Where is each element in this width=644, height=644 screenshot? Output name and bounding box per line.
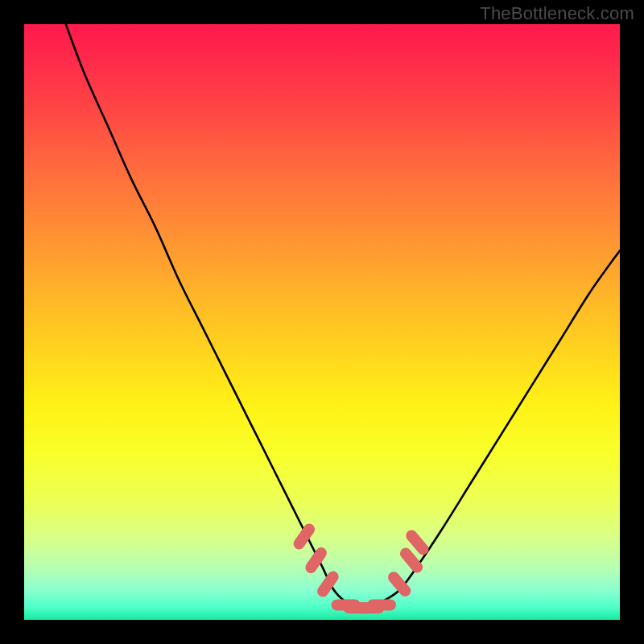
curve-marker bbox=[411, 535, 423, 549]
curve-layer bbox=[24, 24, 620, 620]
bottleneck-curve bbox=[66, 24, 620, 609]
chart-frame: TheBottleneck.com bbox=[0, 0, 644, 644]
plot-area bbox=[24, 24, 620, 620]
curve-marker bbox=[323, 577, 333, 592]
curve-marker bbox=[311, 553, 321, 568]
curve-marker bbox=[299, 529, 310, 543]
curve-marker bbox=[406, 554, 417, 568]
curve-marker bbox=[394, 577, 405, 591]
watermark-text: TheBottleneck.com bbox=[480, 3, 634, 24]
